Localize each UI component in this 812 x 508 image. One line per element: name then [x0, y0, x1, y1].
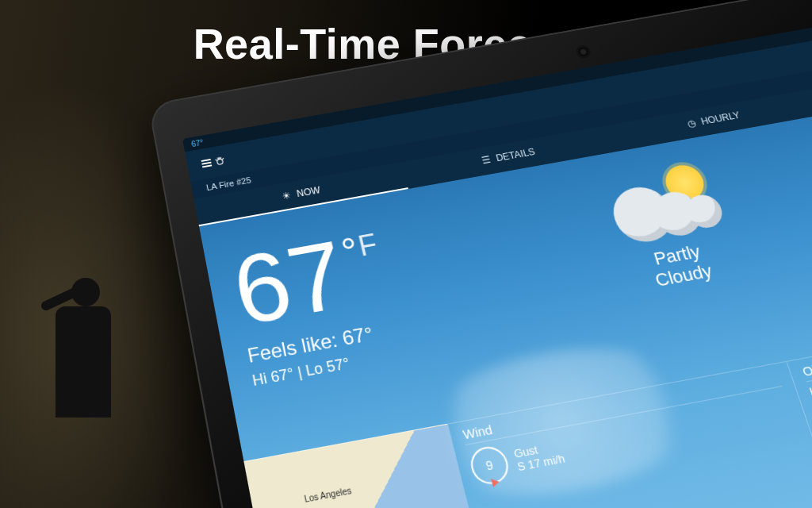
clock-icon: ◷ — [684, 117, 699, 129]
tab-label: HOURLY — [699, 110, 741, 126]
gust-value: S 17 mi/h — [516, 452, 566, 473]
menu-button[interactable] — [201, 152, 227, 171]
gust-label: Gust — [512, 439, 562, 460]
tab-label: DETAILS — [495, 146, 536, 164]
wind-dial: 9 — [467, 444, 512, 487]
weatherbug-logo-icon — [213, 154, 227, 167]
observations-title: Observations — [800, 307, 812, 382]
sun-icon: ☀ — [280, 190, 293, 202]
svg-point-0 — [216, 159, 223, 165]
temp-value: 67 — [226, 226, 354, 340]
list-icon: ☰ — [479, 154, 492, 166]
tab-label: NOW — [296, 185, 321, 199]
wind-panel: Wind 9 Gust S 17 mi/h — [447, 361, 812, 508]
statusbar-temp: 67° — [190, 138, 204, 148]
hamburger-icon — [201, 157, 213, 169]
radar-map[interactable]: Los Angeles San Diego Google ©2016 Googl… — [243, 424, 480, 508]
wind-speed: 9 — [485, 458, 495, 473]
silhouette-person — [40, 278, 111, 484]
